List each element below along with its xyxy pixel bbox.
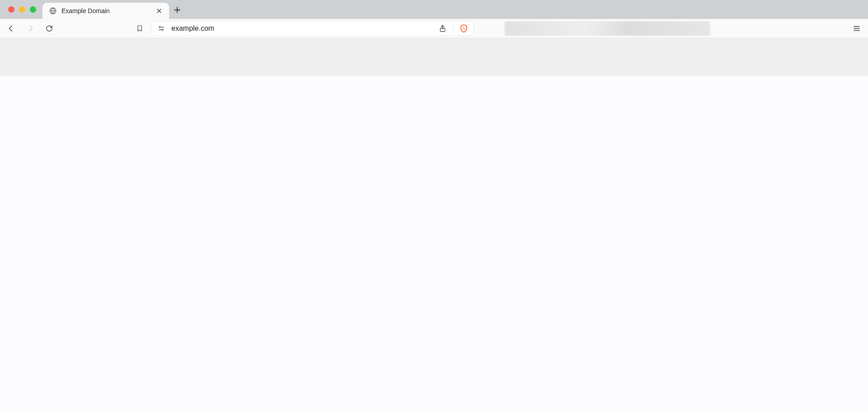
share-icon[interactable] (438, 24, 448, 33)
tab-title: Example Domain (61, 7, 150, 14)
window-minimize-button[interactable] (19, 6, 25, 13)
svg-point-1 (159, 27, 160, 28)
window-close-button[interactable] (8, 6, 14, 13)
tab-active[interactable]: Example Domain (42, 3, 169, 19)
forward-button[interactable] (23, 21, 38, 36)
bookmark-button[interactable] (132, 21, 147, 36)
globe-icon (49, 7, 57, 15)
extensions-area (505, 21, 710, 36)
bookmarks-bar-area (0, 38, 868, 75)
url-input[interactable] (171, 24, 432, 33)
brave-shields-icon[interactable] (459, 24, 469, 33)
toolbar (0, 19, 868, 38)
svg-point-2 (162, 29, 163, 31)
app-menu-button[interactable] (849, 21, 864, 36)
reload-button[interactable] (42, 21, 57, 36)
site-settings-icon[interactable] (157, 24, 166, 33)
window-maximize-button[interactable] (30, 6, 36, 13)
address-bar-actions (438, 24, 469, 33)
new-tab-button[interactable] (169, 2, 185, 18)
address-bar[interactable] (151, 21, 474, 36)
page-content (0, 75, 868, 414)
tab-strip: Example Domain (0, 0, 868, 19)
back-button[interactable] (4, 21, 19, 36)
separator (453, 24, 453, 33)
tab-close-button[interactable] (155, 6, 164, 15)
window-controls (0, 0, 42, 19)
